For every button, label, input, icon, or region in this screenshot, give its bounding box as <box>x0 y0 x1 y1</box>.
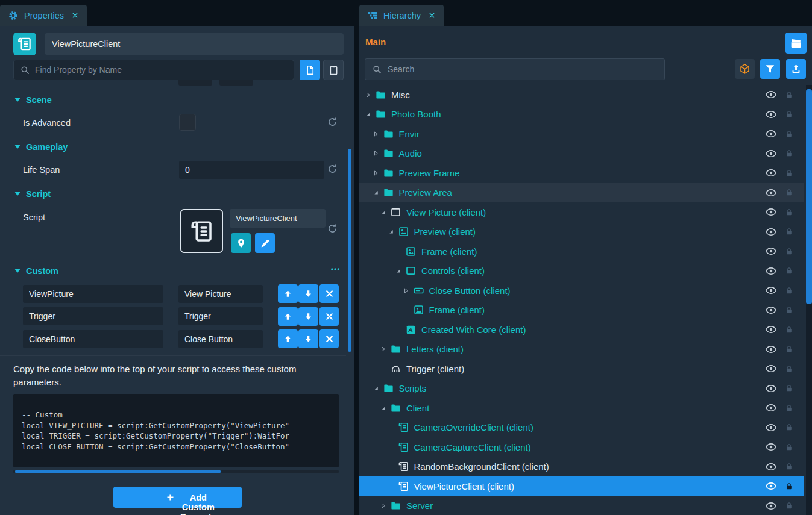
lock-toggle-icon[interactable] <box>785 90 793 99</box>
lock-toggle-icon[interactable] <box>785 130 793 139</box>
custom-param-name-input[interactable] <box>23 307 163 325</box>
expand-arrow-icon[interactable] <box>372 169 380 177</box>
collapse-arrow-icon[interactable] <box>379 404 387 412</box>
paste-properties-button[interactable] <box>323 60 344 80</box>
lock-toggle-icon[interactable] <box>785 462 793 471</box>
move-param-down-button[interactable] <box>298 284 318 303</box>
hierarchy-row[interactable]: Audio <box>359 144 804 164</box>
collapse-arrow-icon[interactable] <box>394 267 402 275</box>
hierarchy-row[interactable]: Photo Booth <box>359 105 804 125</box>
property-search-input[interactable] <box>35 65 288 75</box>
expand-arrow-icon[interactable] <box>372 149 380 157</box>
add-custom-property-button[interactable]: Add Custom Property <box>113 487 242 508</box>
tab-hierarchy[interactable]: Hierarchy <box>359 5 444 26</box>
is-advanced-checkbox[interactable] <box>179 114 196 131</box>
hierarchy-row[interactable]: Created With Core (client) <box>359 320 804 340</box>
filter-button[interactable] <box>760 59 780 79</box>
section-header-scene[interactable]: Scene <box>0 92 346 108</box>
visibility-toggle-icon[interactable] <box>765 402 777 414</box>
custom-param-name-input[interactable] <box>23 285 163 303</box>
expand-arrow-icon[interactable] <box>364 91 372 99</box>
hierarchy-row[interactable]: Letters (client) <box>359 340 804 360</box>
delete-param-button[interactable] <box>319 329 339 348</box>
custom-param-value-input[interactable] <box>178 330 263 348</box>
scrollbar-thumb[interactable] <box>806 89 812 304</box>
lock-toggle-icon[interactable] <box>785 208 793 217</box>
lock-toggle-icon[interactable] <box>785 325 793 334</box>
visibility-toggle-icon[interactable] <box>765 245 777 257</box>
scrollbar-thumb[interactable] <box>15 470 221 473</box>
hierarchy-row[interactable]: Client <box>359 398 804 418</box>
close-tab-icon[interactable] <box>428 11 436 19</box>
lock-toggle-icon[interactable] <box>785 501 793 510</box>
hierarchy-row[interactable]: Close Button (client) <box>359 281 804 301</box>
lock-toggle-icon[interactable] <box>785 227 793 236</box>
custom-param-value-input[interactable] <box>178 307 263 325</box>
reset-icon[interactable] <box>327 163 338 175</box>
section-header-gameplay[interactable]: Gameplay <box>0 139 346 155</box>
hierarchy-row[interactable]: RandomBackgroundClient (client) <box>359 457 804 477</box>
visibility-toggle-icon[interactable] <box>765 89 777 101</box>
hierarchy-row[interactable]: ViewPictureClient (client) <box>359 476 804 496</box>
visibility-toggle-icon[interactable] <box>765 441 777 453</box>
visibility-toggle-icon[interactable] <box>765 148 777 160</box>
visibility-toggle-icon[interactable] <box>765 108 777 120</box>
lock-toggle-icon[interactable] <box>785 482 793 491</box>
hierarchy-row[interactable]: Scripts <box>359 379 804 399</box>
visibility-toggle-icon[interactable] <box>765 304 777 316</box>
lock-toggle-icon[interactable] <box>785 188 793 197</box>
expand-arrow-icon[interactable] <box>379 345 387 353</box>
custom-param-name-input[interactable] <box>23 330 163 348</box>
expand-arrow-icon[interactable] <box>402 287 410 295</box>
visibility-toggle-icon[interactable] <box>765 128 777 140</box>
lock-toggle-icon[interactable] <box>785 110 793 119</box>
collapse-arrow-icon[interactable] <box>379 208 387 216</box>
move-param-up-button[interactable] <box>278 329 298 348</box>
close-tab-icon[interactable] <box>71 11 79 19</box>
visibility-toggle-icon[interactable] <box>765 323 777 336</box>
lock-toggle-icon[interactable] <box>785 266 793 275</box>
lock-toggle-icon[interactable] <box>785 404 793 413</box>
hierarchy-scrollbar[interactable] <box>806 85 812 515</box>
lock-toggle-icon[interactable] <box>785 443 793 452</box>
hierarchy-row[interactable]: Frame (client) <box>359 242 804 261</box>
hierarchy-row[interactable]: Misc <box>359 85 804 105</box>
hierarchy-row[interactable]: Trigger (client) <box>359 359 804 379</box>
lock-toggle-icon[interactable] <box>785 305 793 314</box>
export-button[interactable] <box>786 59 806 79</box>
scene-settings-button[interactable] <box>785 33 807 54</box>
move-param-up-button[interactable] <box>278 307 298 326</box>
copy-properties-button[interactable] <box>300 60 320 80</box>
code-horizontal-scrollbar[interactable] <box>13 470 339 473</box>
hierarchy-row[interactable]: Preview Area <box>359 183 804 203</box>
collapse-arrow-icon[interactable] <box>372 189 380 196</box>
delete-param-button[interactable] <box>319 307 339 326</box>
visibility-toggle-icon[interactable] <box>765 480 777 492</box>
hierarchy-row[interactable]: View Picture (client) <box>359 202 804 222</box>
visibility-toggle-icon[interactable] <box>765 382 777 395</box>
hierarchy-row[interactable]: Frame (client) <box>359 301 804 320</box>
tab-properties[interactable]: Properties <box>0 5 87 26</box>
hierarchy-row[interactable]: Preview (client) <box>359 222 804 242</box>
more-options-icon[interactable] <box>327 264 343 275</box>
hierarchy-search-input[interactable] <box>388 64 658 74</box>
section-header-custom[interactable]: Custom <box>0 263 346 279</box>
properties-scrollbar[interactable] <box>348 149 351 352</box>
lock-toggle-icon[interactable] <box>785 247 793 256</box>
edit-script-button[interactable] <box>255 233 275 253</box>
hierarchy-row[interactable]: CameraOverrideClient (client) <box>359 418 804 438</box>
delete-param-button[interactable] <box>319 284 339 303</box>
section-header-script[interactable]: Script <box>0 186 346 202</box>
lock-toggle-icon[interactable] <box>785 149 793 158</box>
visibility-toggle-icon[interactable] <box>765 422 777 434</box>
visibility-toggle-icon[interactable] <box>765 206 777 218</box>
lock-toggle-icon[interactable] <box>785 384 793 393</box>
visibility-toggle-icon[interactable] <box>765 363 777 375</box>
hierarchy-row[interactable]: Controls (client) <box>359 261 804 281</box>
hierarchy-row[interactable]: Preview Frame <box>359 163 804 183</box>
visibility-toggle-icon[interactable] <box>765 226 777 238</box>
reset-icon[interactable] <box>327 223 338 234</box>
visibility-toggle-icon[interactable] <box>765 343 777 355</box>
expand-arrow-icon[interactable] <box>372 130 380 138</box>
hierarchy-row[interactable]: CameraCaptureClient (client) <box>359 437 804 457</box>
